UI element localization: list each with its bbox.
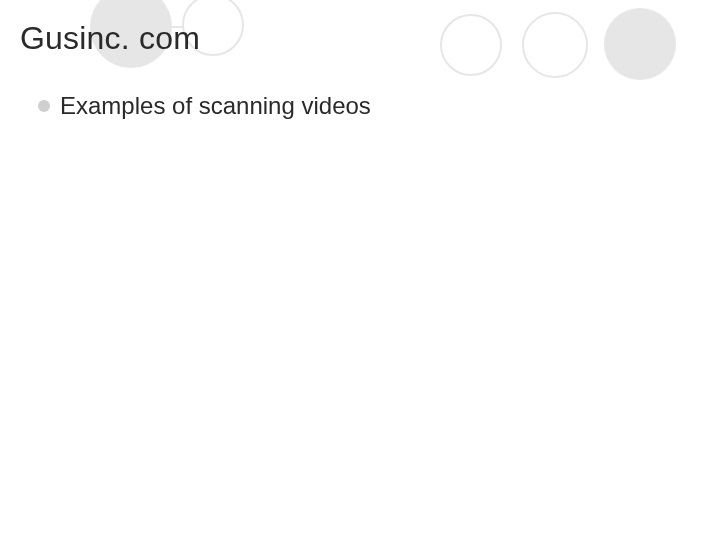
bullet-item: Examples of scanning videos xyxy=(38,92,371,120)
slide-title: Gusinc. com xyxy=(20,20,200,57)
decor-circle xyxy=(522,12,588,78)
bullet-text: Examples of scanning videos xyxy=(60,92,371,120)
decor-circle xyxy=(604,8,676,80)
bullet-icon xyxy=(38,100,50,112)
decor-circle xyxy=(440,14,502,76)
